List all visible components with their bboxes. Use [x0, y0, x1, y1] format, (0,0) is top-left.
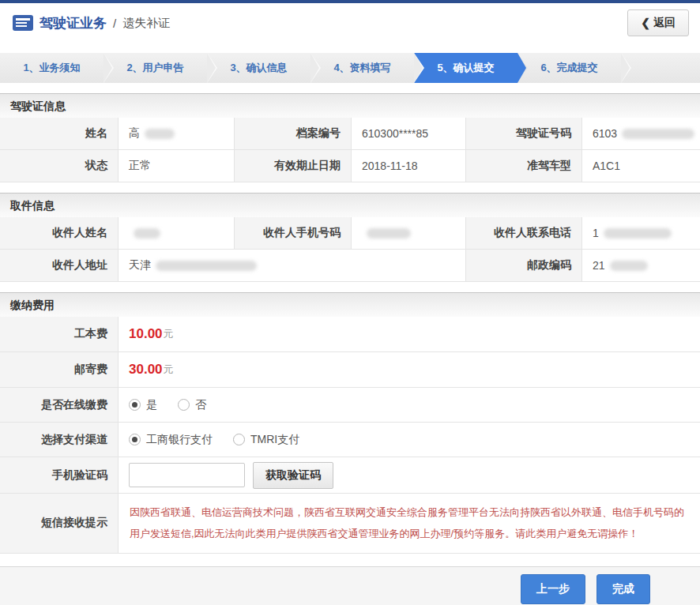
field-label: 邮寄费	[0, 352, 119, 388]
field-value-expiry-date: 2018-11-18	[352, 150, 466, 182]
page-title: 驾驶证业务	[40, 14, 107, 32]
field-label: 准驾车型	[466, 150, 582, 182]
payment-channel-options: 工商银行支付 TMRI支付	[119, 423, 700, 457]
work-fee-amount: 10.00	[129, 326, 163, 342]
back-button-label: 返回	[653, 16, 676, 30]
field-label: 是否在线缴费	[0, 388, 119, 423]
step-2-user-declaration[interactable]: 2、用户申告	[103, 53, 207, 83]
radio-option-no[interactable]: 否	[178, 398, 206, 412]
step-4-fill-materials[interactable]: 4、资料填写	[310, 53, 414, 83]
radio-option-yes[interactable]: 是	[129, 398, 157, 412]
steps-filler	[621, 53, 700, 83]
radio-option-tmri-pay[interactable]: TMRI支付	[233, 433, 299, 447]
pickup-info-table: 收件人姓名 收件人手机号码 收件人联系电话 1 收件人地址 天津 邮政编码 21	[0, 217, 700, 282]
field-label: 驾驶证号码	[466, 118, 582, 150]
field-label: 有效期止日期	[235, 150, 352, 182]
back-button[interactable]: ❮ 返回	[627, 9, 689, 36]
license-section-title: 驾驶证信息	[0, 93, 700, 118]
fees-section-title: 缴纳费用	[0, 292, 700, 317]
work-fee-unit: 元	[164, 327, 174, 341]
field-label: 收件人手机号码	[235, 217, 352, 250]
sms-code-input[interactable]	[129, 463, 245, 487]
field-value-mail-fee: 30.00 元	[119, 352, 700, 388]
fees-table: 工本费 10.00 元 邮寄费 30.00 元 是否在线缴费 是 否 选择支付渠…	[0, 317, 700, 554]
chevron-left-icon: ❮	[641, 17, 650, 29]
field-label: 工本费	[0, 317, 119, 352]
footer-action-bar: 上一步 完成	[0, 566, 700, 605]
field-value-status: 正常	[119, 150, 235, 182]
get-sms-code-button[interactable]: 获取验证码	[253, 462, 333, 489]
step-1-business-notice[interactable]: 1、业务须知	[0, 53, 103, 83]
field-label: 邮政编码	[466, 250, 582, 282]
field-value-name: 高	[119, 118, 235, 150]
sms-code-row: 获取验证码	[119, 457, 700, 494]
field-value-license-number: 6103	[582, 118, 700, 150]
field-label: 选择支付渠道	[0, 423, 119, 457]
redacted-blur	[622, 129, 694, 139]
radio-option-icbc-pay[interactable]: 工商银行支付	[129, 433, 213, 447]
page-header: 驾驶证业务 / 遗失补证 ❮ 返回	[0, 3, 700, 43]
radio-selected-icon[interactable]	[129, 399, 141, 411]
finish-button[interactable]: 完成	[597, 574, 650, 604]
field-label: 收件人联系电话	[466, 217, 582, 250]
step-3-confirm-info[interactable]: 3、确认信息	[207, 53, 310, 83]
field-value-recipient-phone: 1	[582, 217, 700, 250]
step-5-confirm-submit[interactable]: 5、确认提交	[414, 53, 517, 83]
redacted-blur	[156, 261, 257, 271]
field-label: 状态	[0, 150, 119, 182]
field-value-recipient-address: 天津	[119, 250, 466, 282]
field-value-recipient-mobile	[352, 217, 466, 250]
field-value-postcode: 21	[582, 250, 700, 282]
field-label: 档案编号	[235, 118, 352, 150]
field-label: 收件人姓名	[0, 217, 119, 250]
license-info-section: 驾驶证信息 姓名 高 档案编号 610300****85 驾驶证号码 6103 …	[0, 93, 700, 182]
redacted-blur	[367, 228, 411, 239]
online-payment-options: 是 否	[119, 388, 700, 423]
license-info-table: 姓名 高 档案编号 610300****85 驾驶证号码 6103 状态 正常 …	[0, 118, 700, 182]
form-icon	[13, 15, 33, 31]
sms-notice-text: 因陕西省联通、电信运营商技术问题，陕西省互联网交通安全综合服务管理平台无法向持陕…	[130, 502, 689, 545]
wizard-steps: 1、业务须知 2、用户申告 3、确认信息 4、资料填写 5、确认提交 6、完成提…	[0, 53, 700, 83]
mail-fee-unit: 元	[164, 363, 174, 377]
radio-unselected-icon[interactable]	[233, 434, 245, 445]
field-label: 姓名	[0, 118, 119, 150]
mail-fee-amount: 30.00	[129, 362, 163, 378]
fees-section: 缴纳费用 工本费 10.00 元 邮寄费 30.00 元 是否在线缴费 是 否 …	[0, 292, 700, 554]
field-value-vehicle-class: A1C1	[582, 150, 700, 182]
sms-notice-row: 因陕西省联通、电信运营商技术问题，陕西省互联网交通安全综合服务管理平台无法向持陕…	[119, 494, 700, 554]
field-label: 手机验证码	[0, 457, 119, 494]
field-value-recipient-name	[119, 217, 235, 250]
field-label: 短信接收提示	[0, 494, 119, 554]
redacted-blur	[134, 228, 160, 239]
breadcrumb-separator: /	[113, 17, 116, 30]
pickup-info-section: 取件信息 收件人姓名 收件人手机号码 收件人联系电话 1 收件人地址 天津 邮政…	[0, 193, 700, 282]
field-label: 收件人地址	[0, 250, 119, 282]
field-value-file-number: 610300****85	[352, 118, 466, 150]
field-value-work-fee: 10.00 元	[119, 317, 700, 352]
redacted-blur	[604, 228, 672, 239]
redacted-blur	[145, 129, 175, 139]
page-subtitle: 遗失补证	[122, 16, 170, 31]
step-6-complete-submit[interactable]: 6、完成提交	[517, 53, 621, 83]
previous-step-button[interactable]: 上一步	[521, 574, 585, 604]
radio-selected-icon[interactable]	[129, 434, 141, 445]
breadcrumb: 驾驶证业务 / 遗失补证	[13, 14, 170, 32]
pickup-section-title: 取件信息	[0, 193, 700, 217]
redacted-blur	[610, 261, 648, 271]
radio-unselected-icon[interactable]	[178, 399, 190, 411]
